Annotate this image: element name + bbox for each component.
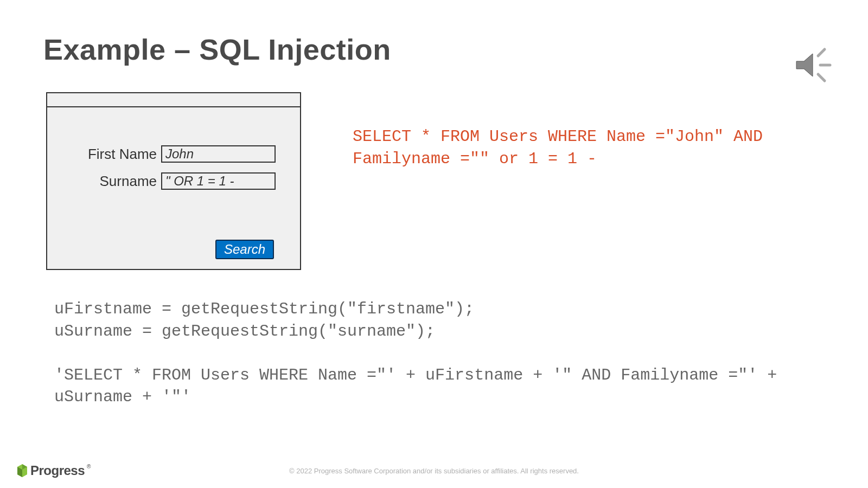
copyright-text: © 2022 Progress Software Corporation and… bbox=[289, 467, 579, 475]
form-body: First Name Surname bbox=[47, 107, 300, 190]
first-name-row: First Name bbox=[72, 145, 276, 163]
slide-title: Example – SQL Injection bbox=[43, 33, 391, 66]
progress-logo: Progress ® bbox=[16, 463, 91, 478]
search-button[interactable]: Search bbox=[215, 240, 274, 259]
footer: Progress ® © 2022 Progress Software Corp… bbox=[0, 450, 868, 488]
svg-line-0 bbox=[818, 49, 825, 56]
search-form-panel: First Name Surname Search bbox=[46, 92, 301, 270]
registered-mark: ® bbox=[87, 464, 91, 470]
slide: Example – SQL Injection First Name Surna… bbox=[0, 0, 868, 488]
surname-input[interactable] bbox=[161, 172, 276, 190]
surname-label: Surname bbox=[72, 173, 161, 190]
sql-result-text: SELECT * FROM Users WHERE Name ="John" A… bbox=[353, 126, 803, 170]
surname-row: Surname bbox=[72, 172, 276, 190]
audio-icon bbox=[792, 46, 835, 84]
progress-logo-mark-icon bbox=[16, 464, 28, 478]
code-block: uFirstname = getRequestString("firstname… bbox=[54, 298, 787, 408]
svg-line-2 bbox=[818, 74, 825, 81]
first-name-input[interactable] bbox=[161, 145, 276, 163]
form-titlebar bbox=[47, 93, 300, 107]
first-name-label: First Name bbox=[72, 146, 161, 163]
progress-logo-text: Progress bbox=[30, 463, 85, 478]
